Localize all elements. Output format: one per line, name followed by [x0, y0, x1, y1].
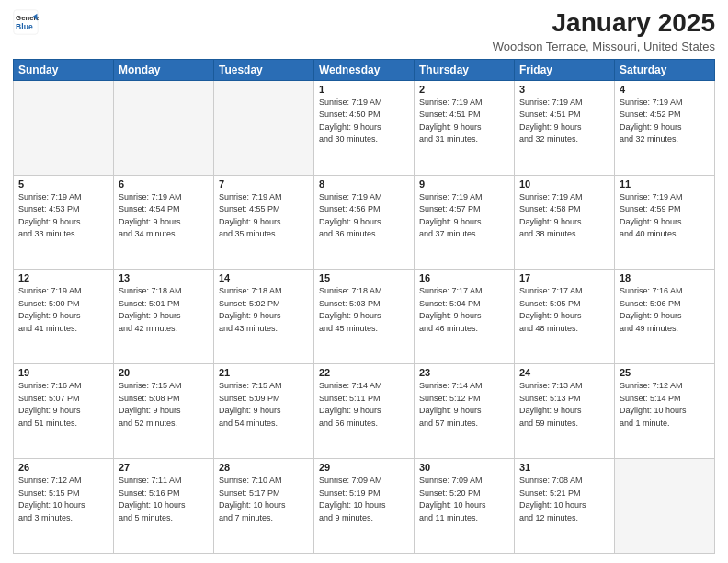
- calendar-cell: 10Sunrise: 7:19 AM Sunset: 4:58 PM Dayli…: [515, 175, 615, 270]
- day-info: Sunrise: 7:19 AM Sunset: 4:55 PM Dayligh…: [219, 191, 309, 241]
- subtitle: Woodson Terrace, Missouri, United States: [493, 40, 715, 53]
- day-number: 28: [219, 462, 309, 473]
- day-info: Sunrise: 7:10 AM Sunset: 5:17 PM Dayligh…: [219, 475, 309, 524]
- day-number: 5: [18, 178, 108, 190]
- calendar-cell: 24Sunrise: 7:13 AM Sunset: 5:13 PM Dayli…: [515, 364, 615, 459]
- day-info: Sunrise: 7:19 AM Sunset: 4:54 PM Dayligh…: [119, 191, 209, 241]
- day-number: 15: [319, 272, 409, 283]
- day-info: Sunrise: 7:14 AM Sunset: 5:11 PM Dayligh…: [319, 380, 409, 430]
- calendar-cell: 4Sunrise: 7:19 AM Sunset: 4:52 PM Daylig…: [615, 80, 715, 175]
- calendar-cell: 15Sunrise: 7:18 AM Sunset: 5:03 PM Dayli…: [314, 270, 415, 364]
- day-number: 26: [18, 462, 108, 473]
- calendar-week-row: 12Sunrise: 7:19 AM Sunset: 5:00 PM Dayli…: [14, 270, 715, 364]
- calendar-header-row: SundayMondayTuesdayWednesdayThursdayFrid…: [14, 59, 715, 80]
- calendar-cell: 29Sunrise: 7:09 AM Sunset: 5:19 PM Dayli…: [314, 459, 415, 554]
- calendar-cell: [14, 80, 114, 175]
- calendar-cell: 23Sunrise: 7:14 AM Sunset: 5:12 PM Dayli…: [415, 364, 515, 459]
- logo-icon: General Blue: [13, 9, 39, 35]
- weekday-header-thursday: Thursday: [415, 59, 515, 80]
- weekday-header-saturday: Saturday: [615, 59, 715, 80]
- calendar-cell: 3Sunrise: 7:19 AM Sunset: 4:51 PM Daylig…: [515, 80, 615, 175]
- day-number: 24: [519, 367, 609, 378]
- calendar-cell: 16Sunrise: 7:17 AM Sunset: 5:04 PM Dayli…: [415, 270, 515, 364]
- header: General Blue January 2025 Woodson Terrac…: [13, 9, 715, 53]
- day-info: Sunrise: 7:08 AM Sunset: 5:21 PM Dayligh…: [519, 475, 609, 524]
- calendar-cell: 20Sunrise: 7:15 AM Sunset: 5:08 PM Dayli…: [114, 364, 214, 459]
- day-number: 13: [119, 272, 209, 283]
- day-number: 11: [620, 178, 710, 190]
- day-number: 2: [419, 84, 509, 95]
- weekday-header-sunday: Sunday: [14, 59, 114, 80]
- day-number: 30: [419, 462, 509, 473]
- day-info: Sunrise: 7:19 AM Sunset: 4:57 PM Dayligh…: [419, 191, 509, 241]
- day-info: Sunrise: 7:18 AM Sunset: 5:03 PM Dayligh…: [319, 285, 409, 335]
- calendar-week-row: 5Sunrise: 7:19 AM Sunset: 4:53 PM Daylig…: [14, 175, 715, 270]
- day-number: 7: [219, 178, 309, 190]
- day-info: Sunrise: 7:13 AM Sunset: 5:13 PM Dayligh…: [519, 380, 609, 430]
- day-info: Sunrise: 7:17 AM Sunset: 5:05 PM Dayligh…: [519, 285, 609, 335]
- calendar-table: SundayMondayTuesdayWednesdayThursdayFrid…: [13, 59, 715, 554]
- calendar-cell: 11Sunrise: 7:19 AM Sunset: 4:59 PM Dayli…: [615, 175, 715, 270]
- day-number: 18: [620, 272, 710, 283]
- day-number: 9: [419, 178, 509, 190]
- weekday-header-tuesday: Tuesday: [214, 59, 314, 80]
- calendar-cell: 6Sunrise: 7:19 AM Sunset: 4:54 PM Daylig…: [114, 175, 214, 270]
- calendar-cell: [214, 80, 314, 175]
- calendar-cell: 26Sunrise: 7:12 AM Sunset: 5:15 PM Dayli…: [14, 459, 114, 554]
- calendar-cell: 30Sunrise: 7:09 AM Sunset: 5:20 PM Dayli…: [415, 459, 515, 554]
- day-info: Sunrise: 7:14 AM Sunset: 5:12 PM Dayligh…: [419, 380, 509, 430]
- calendar-cell: [615, 459, 715, 554]
- day-info: Sunrise: 7:19 AM Sunset: 4:51 PM Dayligh…: [519, 97, 609, 146]
- calendar-cell: 14Sunrise: 7:18 AM Sunset: 5:02 PM Dayli…: [214, 270, 314, 364]
- day-info: Sunrise: 7:12 AM Sunset: 5:15 PM Dayligh…: [18, 475, 108, 524]
- day-info: Sunrise: 7:19 AM Sunset: 4:50 PM Dayligh…: [319, 97, 409, 146]
- calendar-cell: 27Sunrise: 7:11 AM Sunset: 5:16 PM Dayli…: [114, 459, 214, 554]
- weekday-header-wednesday: Wednesday: [314, 59, 415, 80]
- calendar-cell: 8Sunrise: 7:19 AM Sunset: 4:56 PM Daylig…: [314, 175, 415, 270]
- day-number: 8: [319, 178, 409, 190]
- page: General Blue January 2025 Woodson Terrac…: [0, 0, 728, 563]
- day-number: 17: [519, 272, 609, 283]
- day-info: Sunrise: 7:16 AM Sunset: 5:06 PM Dayligh…: [620, 285, 710, 335]
- weekday-header-monday: Monday: [114, 59, 214, 80]
- day-info: Sunrise: 7:19 AM Sunset: 4:56 PM Dayligh…: [319, 191, 409, 241]
- day-number: 27: [119, 462, 209, 473]
- calendar-cell: 5Sunrise: 7:19 AM Sunset: 4:53 PM Daylig…: [14, 175, 114, 270]
- day-number: 31: [519, 462, 609, 473]
- day-number: 21: [219, 367, 309, 378]
- svg-text:Blue: Blue: [16, 22, 33, 31]
- day-info: Sunrise: 7:09 AM Sunset: 5:20 PM Dayligh…: [419, 475, 509, 524]
- day-info: Sunrise: 7:19 AM Sunset: 4:52 PM Dayligh…: [620, 97, 710, 146]
- day-info: Sunrise: 7:15 AM Sunset: 5:08 PM Dayligh…: [119, 380, 209, 430]
- day-info: Sunrise: 7:12 AM Sunset: 5:14 PM Dayligh…: [620, 380, 710, 430]
- title-block: January 2025 Woodson Terrace, Missouri, …: [493, 9, 715, 53]
- day-number: 10: [519, 178, 609, 190]
- calendar-cell: 18Sunrise: 7:16 AM Sunset: 5:06 PM Dayli…: [615, 270, 715, 364]
- calendar-cell: 17Sunrise: 7:17 AM Sunset: 5:05 PM Dayli…: [515, 270, 615, 364]
- calendar-week-row: 19Sunrise: 7:16 AM Sunset: 5:07 PM Dayli…: [14, 364, 715, 459]
- logo: General Blue: [13, 9, 39, 35]
- calendar-cell: 28Sunrise: 7:10 AM Sunset: 5:17 PM Dayli…: [214, 459, 314, 554]
- day-number: 25: [620, 367, 710, 378]
- day-number: 6: [119, 178, 209, 190]
- calendar-cell: 31Sunrise: 7:08 AM Sunset: 5:21 PM Dayli…: [515, 459, 615, 554]
- day-number: 29: [319, 462, 409, 473]
- day-number: 22: [319, 367, 409, 378]
- calendar-cell: 13Sunrise: 7:18 AM Sunset: 5:01 PM Dayli…: [114, 270, 214, 364]
- day-info: Sunrise: 7:18 AM Sunset: 5:01 PM Dayligh…: [119, 285, 209, 335]
- calendar-cell: 12Sunrise: 7:19 AM Sunset: 5:00 PM Dayli…: [14, 270, 114, 364]
- day-info: Sunrise: 7:19 AM Sunset: 4:53 PM Dayligh…: [18, 191, 108, 241]
- day-number: 20: [119, 367, 209, 378]
- day-number: 16: [419, 272, 509, 283]
- day-number: 19: [18, 367, 108, 378]
- day-info: Sunrise: 7:09 AM Sunset: 5:19 PM Dayligh…: [319, 475, 409, 524]
- day-info: Sunrise: 7:18 AM Sunset: 5:02 PM Dayligh…: [219, 285, 309, 335]
- day-number: 4: [620, 84, 710, 95]
- calendar-cell: 7Sunrise: 7:19 AM Sunset: 4:55 PM Daylig…: [214, 175, 314, 270]
- calendar-cell: 1Sunrise: 7:19 AM Sunset: 4:50 PM Daylig…: [314, 80, 415, 175]
- day-number: 14: [219, 272, 309, 283]
- calendar-cell: 19Sunrise: 7:16 AM Sunset: 5:07 PM Dayli…: [14, 364, 114, 459]
- calendar-week-row: 1Sunrise: 7:19 AM Sunset: 4:50 PM Daylig…: [14, 80, 715, 175]
- day-info: Sunrise: 7:19 AM Sunset: 4:59 PM Dayligh…: [620, 191, 710, 241]
- weekday-header-friday: Friday: [515, 59, 615, 80]
